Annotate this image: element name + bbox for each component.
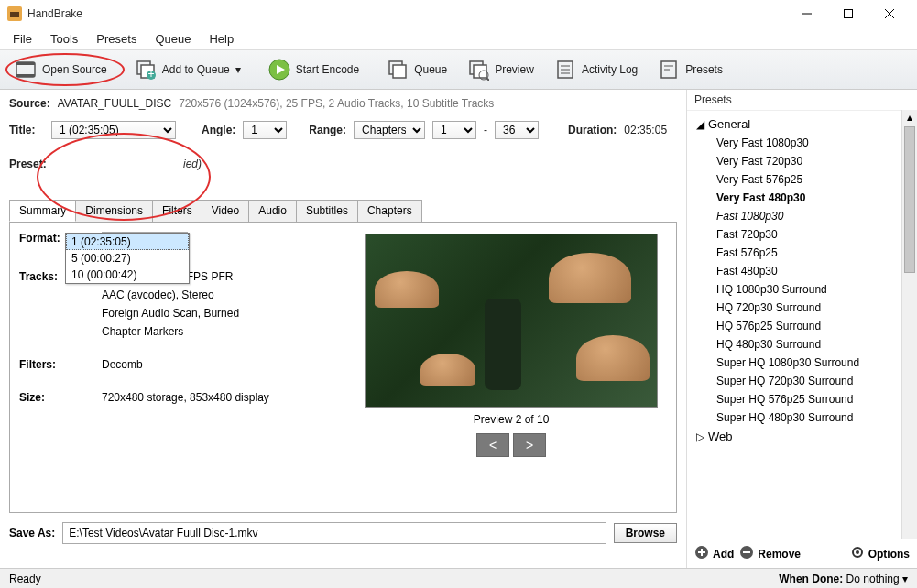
tabs: Summary Dimensions Filters Video Audio S… xyxy=(9,200,677,222)
presets-label: Presets xyxy=(685,63,723,76)
menu-help[interactable]: Help xyxy=(200,29,243,49)
queue-icon xyxy=(387,59,409,81)
presets-scrollbar[interactable]: ▴ xyxy=(901,110,917,539)
preset-item[interactable]: Super HQ 480p30 Surround xyxy=(687,408,901,427)
menu-file[interactable]: File xyxy=(4,29,41,49)
title-option-10[interactable]: 10 (00:00:42) xyxy=(66,267,189,283)
title-option-1[interactable]: 1 (02:35:05) xyxy=(66,234,189,250)
presets-tree: ◢ GeneralVery Fast 1080p30Very Fast 720p… xyxy=(687,110,901,539)
preset-item[interactable]: HQ 576p25 Surround xyxy=(687,317,901,335)
range-sep: - xyxy=(484,124,487,136)
preview-button[interactable]: Preview xyxy=(458,55,543,84)
size-label: Size: xyxy=(19,378,93,404)
title-label: Title: xyxy=(9,124,44,136)
preset-item[interactable]: Very Fast 1080p30 xyxy=(687,134,901,152)
range-label: Range: xyxy=(309,124,346,136)
angle-select[interactable]: 1 xyxy=(243,121,287,139)
tab-summary[interactable]: Summary xyxy=(9,200,76,222)
tab-filters[interactable]: Filters xyxy=(152,200,202,222)
title-option-5[interactable]: 5 (00:00:27) xyxy=(66,250,189,267)
source-row: Source: AVATAR_FUULL_DISC 720x576 (1024x… xyxy=(9,97,677,110)
svg-line-20 xyxy=(486,78,489,81)
preview-next-button[interactable]: > xyxy=(513,433,546,457)
minus-icon xyxy=(739,545,754,562)
plus-icon xyxy=(694,545,709,562)
queue-button[interactable]: Queue xyxy=(377,55,456,84)
when-done-dropdown[interactable]: Do nothing ▾ xyxy=(846,572,908,585)
preset-group[interactable]: ▷ Web xyxy=(687,427,901,446)
svg-text:+: + xyxy=(147,68,154,81)
open-source-label: Open Source xyxy=(42,63,107,76)
log-icon xyxy=(554,59,576,81)
preset-item[interactable]: Fast 720p30 xyxy=(687,225,901,244)
menubar: File Tools Presets Queue Help xyxy=(0,27,917,49)
gear-icon xyxy=(850,545,865,562)
open-source-button[interactable]: Open Source xyxy=(5,55,116,84)
tab-audio[interactable]: Audio xyxy=(248,200,297,222)
angle-label: Angle: xyxy=(202,124,235,136)
preview-box: Preview 2 of 10 < > xyxy=(365,234,658,457)
remove-preset-button[interactable]: Remove xyxy=(739,545,801,562)
expanded-icon: ◢ xyxy=(696,118,704,131)
svg-rect-16 xyxy=(393,65,406,78)
preview-label: Preview xyxy=(495,63,534,76)
preset-item[interactable]: HQ 720p30 Surround xyxy=(687,299,901,317)
minimize-button[interactable] xyxy=(786,0,827,27)
save-as-row: Save As: Browse xyxy=(9,522,677,544)
preset-item[interactable]: Fast 576p25 xyxy=(687,244,901,262)
add-to-queue-button[interactable]: + Add to Queue ▾ xyxy=(126,55,250,84)
maximize-button[interactable] xyxy=(827,0,868,27)
menu-queue[interactable]: Queue xyxy=(146,29,200,49)
menu-presets[interactable]: Presets xyxy=(87,29,146,49)
title-select[interactable]: 1 (02:35:05) xyxy=(51,121,176,139)
window-title: HandBrake xyxy=(27,7,786,20)
preset-options-button[interactable]: Options xyxy=(850,545,910,562)
duration-value: 02:35:05 xyxy=(624,124,667,136)
activity-log-label: Activity Log xyxy=(582,63,638,76)
browse-button[interactable]: Browse xyxy=(614,523,677,543)
preset-item[interactable]: Super HQ 1080p30 Surround xyxy=(687,354,901,372)
add-to-queue-label: Add to Queue xyxy=(162,63,230,76)
menu-tools[interactable]: Tools xyxy=(41,29,87,49)
add-preset-button[interactable]: Add xyxy=(694,545,734,562)
preset-item[interactable]: Very Fast 576p25 xyxy=(687,170,901,189)
tab-video[interactable]: Video xyxy=(202,200,249,222)
svg-point-34 xyxy=(856,550,859,554)
preview-prev-button[interactable]: < xyxy=(476,433,509,457)
presets-sidebar: Presets ◢ GeneralVery Fast 1080p30Very F… xyxy=(686,90,917,568)
svg-rect-7 xyxy=(16,62,35,65)
preview-icon xyxy=(467,59,489,81)
close-button[interactable] xyxy=(868,0,910,27)
tab-chapters[interactable]: Chapters xyxy=(357,200,422,222)
preset-item[interactable]: Fast 480p30 xyxy=(687,262,901,280)
preview-label: Preview 2 of 10 xyxy=(365,413,658,426)
source-label: Source: xyxy=(9,97,50,110)
preset-item[interactable]: Super HQ 720p30 Surround xyxy=(687,372,901,390)
duration-label: Duration: xyxy=(568,124,617,136)
start-encode-label: Start Encode xyxy=(296,63,359,76)
preset-item[interactable]: Very Fast 720p30 xyxy=(687,152,901,170)
queue-label: Queue xyxy=(414,63,447,76)
save-as-input[interactable] xyxy=(62,522,606,544)
range-to-select[interactable]: 36 xyxy=(495,121,539,139)
preset-item[interactable]: HQ 480p30 Surround xyxy=(687,335,901,354)
preset-group[interactable]: ◢ General xyxy=(687,114,901,134)
preset-suffix: ied) xyxy=(183,158,202,170)
preset-item[interactable]: Super HQ 576p25 Surround xyxy=(687,390,901,408)
titlebar: HandBrake xyxy=(0,0,917,27)
svg-rect-3 xyxy=(844,9,852,17)
dropdown-arrow-icon: ▾ xyxy=(235,63,241,76)
start-encode-button[interactable]: Start Encode xyxy=(259,55,368,84)
range-type-select[interactable]: Chapters xyxy=(354,121,425,139)
status-text: Ready xyxy=(9,572,41,585)
activity-log-button[interactable]: Activity Log xyxy=(545,55,647,84)
preset-item[interactable]: HQ 1080p30 Surround xyxy=(687,280,901,299)
preset-item[interactable]: Fast 1080p30 xyxy=(687,207,901,225)
range-from-select[interactable]: 1 xyxy=(432,121,476,139)
presets-icon xyxy=(658,59,680,81)
preset-item[interactable]: Very Fast 480p30 xyxy=(687,189,901,207)
tab-dimensions[interactable]: Dimensions xyxy=(75,200,153,222)
tab-subtitles[interactable]: Subtitles xyxy=(296,200,358,222)
presets-button[interactable]: Presets xyxy=(649,55,732,84)
when-done-label: When Done: xyxy=(779,572,843,585)
